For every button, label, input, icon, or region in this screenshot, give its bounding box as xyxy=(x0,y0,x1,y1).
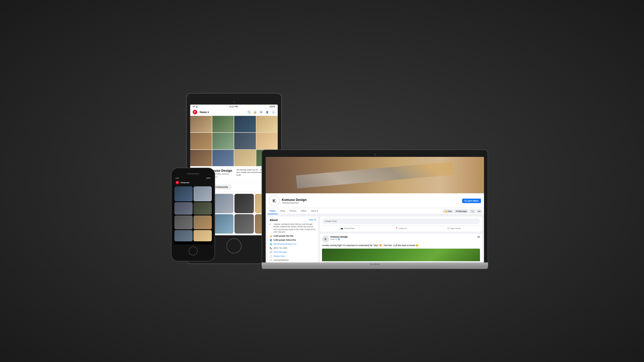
cover-item xyxy=(256,116,278,132)
macbook-base xyxy=(262,262,488,267)
location-icon: 📍 xyxy=(395,227,398,230)
fb-about-send-message: 💬 Send Message xyxy=(270,251,316,254)
fb-page-category: Jewelry/Watches xyxy=(282,202,460,204)
message-label: Message xyxy=(458,210,466,212)
post-author-info: Komuso Design April 13 🌐 xyxy=(331,236,348,240)
fb-nav-more[interactable]: More ▾ xyxy=(309,208,320,214)
fb-navigation: Home Shop Photos Offers More ▾ 👍 Like ✉ xyxy=(266,208,484,214)
cover-item xyxy=(212,133,234,149)
post-author-avatar: K xyxy=(322,236,329,243)
fb-create-actions: 📷 Photo/Video 📍 Check in 🏷 xyxy=(322,225,480,230)
search-button[interactable]: 🔍 xyxy=(469,209,475,213)
iphone-pin-item[interactable] xyxy=(193,215,212,229)
info-icon: ℹ xyxy=(270,223,272,226)
globe-small-icon: 🌐 xyxy=(338,238,340,240)
photo-video-action[interactable]: 📷 Photo/Video xyxy=(322,227,374,230)
iphone-pinterest-logo: P xyxy=(176,181,179,184)
website-link[interactable]: http://komusodesign.com/ xyxy=(273,243,296,245)
iphone-time: 4:21 xyxy=(176,177,179,179)
iphone-home-button[interactable] xyxy=(189,246,198,255)
ipad-battery: 100% xyxy=(269,105,275,108)
phone-icon: 📞 xyxy=(270,247,272,250)
fb-avatar-letter: K xyxy=(273,198,276,204)
iphone-pin-item[interactable] xyxy=(174,215,193,229)
fb-about-phone: 📞 (954) 732-4398 xyxy=(270,247,316,250)
fb-nav-home[interactable]: Home xyxy=(268,208,278,214)
iphone-pin-item[interactable] xyxy=(174,202,193,215)
fb-nav-offers[interactable]: Offers xyxy=(299,208,309,214)
profile-icon[interactable]: 👤 xyxy=(265,110,269,114)
ipad-time: 4:21 PM xyxy=(229,105,238,108)
scene: ••• ▲ 4:21 PM 100% P Home ▾ 🔍 🔔 ✉ 👤 ⌄ xyxy=(171,93,473,269)
hours-text: Always Open xyxy=(273,255,285,257)
post-link-image xyxy=(322,249,480,261)
pin-item[interactable] xyxy=(234,214,254,234)
globe-icon: 🌐 xyxy=(270,243,272,246)
fb-nav-shop[interactable]: Shop xyxy=(278,208,287,214)
cover-item xyxy=(234,116,256,132)
like-button[interactable]: 👍 Like xyxy=(443,209,453,213)
iphone-body: 4:21 100% P Pinterest xyxy=(171,168,215,261)
tag-icon: 🏷 xyxy=(270,259,272,262)
message-button[interactable]: ✉ Message xyxy=(454,209,468,213)
learn-more-icon: ℹ xyxy=(465,200,465,202)
fb-nav-photos[interactable]: Photos xyxy=(288,208,298,214)
pinterest-nav-icons: 🔍 🔔 ✉ 👤 ⌄ xyxy=(247,110,275,114)
post-more-options[interactable]: ••• xyxy=(477,236,480,238)
messages-icon[interactable]: ✉ xyxy=(259,110,263,114)
iphone-pin-item[interactable] xyxy=(193,186,212,201)
photo-icon: 📷 xyxy=(341,227,343,230)
fb-about-title: About See All xyxy=(270,218,316,221)
iphone-battery: 100% xyxy=(206,177,211,179)
iphone-pin-item[interactable] xyxy=(193,202,212,215)
pinterest-logo: P xyxy=(193,110,197,114)
cover-item xyxy=(256,133,278,149)
check-in-action[interactable]: 📍 Check in xyxy=(375,227,427,230)
more-icon[interactable]: ⌄ xyxy=(271,110,275,114)
ipad-status-bar: ••• ▲ 4:21 PM 100% xyxy=(190,105,278,109)
pinterest-home-tab[interactable]: Home ▾ xyxy=(200,111,209,114)
cover-item xyxy=(190,116,212,132)
iphone-pin-item[interactable] xyxy=(174,186,193,201)
send-message-link[interactable]: Send Message xyxy=(273,251,287,253)
ipad-dots: ••• ▲ xyxy=(193,105,198,108)
create-post-button[interactable]: Create Post xyxy=(322,218,480,224)
fb-about-box: About See All ℹ Organic necklaces that c… xyxy=(268,216,318,262)
cover-item xyxy=(190,150,212,166)
pin-item[interactable] xyxy=(234,194,254,213)
cover-item xyxy=(234,150,256,166)
ipad-home-button[interactable] xyxy=(226,238,242,253)
macbook-device: K Komuso Design Jewelry/Watches ℹ Learn … xyxy=(262,150,488,269)
fb-create-post-box: Create Post 📷 Photo/Video 📍 xyxy=(320,216,482,232)
macbook-screen: K Komuso Design Jewelry/Watches ℹ Learn … xyxy=(266,157,484,262)
clock-icon: 🕐 xyxy=(270,255,272,258)
fb-profile-area: K Komuso Design Jewelry/Watches ℹ Learn … xyxy=(266,193,484,208)
see-all-link[interactable]: See All xyxy=(309,218,316,221)
create-post-label: Create Post xyxy=(325,220,337,222)
photo-video-label: Photo/Video xyxy=(344,227,355,230)
notifications-icon[interactable]: 🔔 xyxy=(253,110,257,114)
search-icon[interactable]: 🔍 xyxy=(247,110,251,114)
pin-item[interactable] xyxy=(214,194,233,213)
tag-friends-action[interactable]: 🏷 Tag Friends xyxy=(428,227,480,230)
pin-item[interactable] xyxy=(214,214,233,234)
iphone-nav: P Pinterest xyxy=(174,180,213,186)
person-icon: 👤 xyxy=(270,239,272,242)
iphone-pin-grid xyxy=(174,186,213,242)
iphone-pin-item[interactable] xyxy=(174,230,193,241)
fb-about-followers: 👤 3,392 people follow this xyxy=(270,239,316,242)
thumbs-up-icon: 👍 xyxy=(445,210,447,212)
more-options-button[interactable]: ••• xyxy=(476,209,482,213)
ipad-camera xyxy=(233,101,235,103)
category-text: Jewelry/Watches xyxy=(273,259,289,261)
iphone-status-bar: 4:21 100% xyxy=(174,176,213,180)
fb-action-buttons: 👍 Like ✉ Message 🔍 ••• xyxy=(443,209,482,213)
cover-item xyxy=(190,133,212,149)
learn-more-button[interactable]: ℹ Learn More xyxy=(462,199,481,203)
fb-profile-info: Komuso Design Jewelry/Watches xyxy=(282,198,460,204)
iphone-pin-item[interactable] xyxy=(193,230,212,241)
fb-post-text: Anxiety running high? It's important to … xyxy=(322,244,480,247)
tag-friends-label: Tag Friends xyxy=(450,227,461,230)
fb-post-link-preview[interactable]: https://www.heysigmund.com/what-happens-… xyxy=(322,249,480,262)
macbook-foot xyxy=(262,267,488,269)
